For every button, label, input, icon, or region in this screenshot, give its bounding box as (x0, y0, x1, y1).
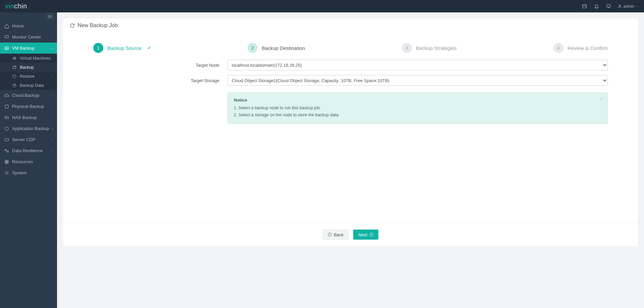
chevron-left-icon: ‹ (52, 105, 53, 108)
step-backup-destination[interactable]: 2 Backup Destination (248, 43, 305, 53)
notice-line-1: 1. Select a backup node to run this back… (234, 105, 601, 112)
resources-icon (4, 159, 9, 164)
sidebar-item-resources[interactable]: Resources ‹ (0, 156, 57, 167)
next-button[interactable]: Next (353, 230, 378, 240)
svg-rect-20 (5, 162, 6, 163)
svg-rect-15 (5, 138, 8, 141)
chevron-left-icon: ‹ (52, 171, 53, 175)
content: New Backup Job 1 Backup Source ✔ 2 Backu… (57, 12, 644, 308)
svg-rect-17 (7, 151, 8, 152)
sidebar-subnav-vm-backup: Virtual Machines Backup Restore ‹ Backup… (0, 54, 57, 90)
step-label: Backup Destination (262, 45, 305, 51)
sidebar-item-system[interactable]: System ‹ (0, 167, 57, 178)
back-button[interactable]: Back (323, 230, 348, 240)
sidebar-item-vm-backup[interactable]: VM Backup ⌄ (0, 43, 57, 54)
home-icon (4, 23, 9, 28)
page-title: New Backup Job (77, 22, 118, 28)
target-storage-select[interactable]: Cloud Object Storage1(Cloud Object Stora… (227, 75, 608, 86)
restore-icon (12, 74, 17, 79)
user-menu[interactable]: admin (618, 4, 639, 9)
row-notice: × Notice 1. Select a backup node to run … (140, 90, 608, 124)
svg-rect-16 (5, 149, 6, 150)
chevron-left-icon: ‹ (52, 94, 53, 97)
sidebar-item-home[interactable]: Home (0, 20, 57, 32)
chevron-left-icon: ‹ (52, 116, 53, 119)
vm-backup-icon (4, 46, 9, 51)
sidebar: Home Monitor Center ‹ VM Backup ⌄ Virtua… (0, 12, 57, 308)
svg-rect-0 (583, 5, 586, 8)
bell-icon[interactable] (593, 3, 599, 9)
svg-point-5 (619, 5, 621, 6)
user-label: admin (623, 4, 634, 9)
monitor-center-icon (4, 35, 9, 40)
sidebar-item-restore[interactable]: Restore ‹ (0, 72, 57, 81)
svg-rect-12 (5, 117, 8, 119)
step-label: Backup Source (107, 45, 142, 51)
monitor-icon[interactable] (605, 3, 611, 9)
server-icon (12, 56, 17, 61)
svg-point-24 (370, 233, 373, 236)
notice-title: Notice (234, 98, 601, 103)
refresh-icon (70, 23, 75, 28)
step-number: 3 (402, 43, 412, 53)
chevron-left-icon: ‹ (52, 160, 53, 164)
hamburger-icon[interactable] (46, 13, 54, 19)
sidebar-item-data-resilience[interactable]: Data Resilience ‹ (0, 145, 57, 156)
sidebar-item-nas-backup[interactable]: NAS Backup ‹ (0, 112, 57, 123)
chevron-left-icon: ‹ (52, 149, 53, 152)
check-icon: ✔ (148, 46, 151, 50)
sidebar-toggle (0, 12, 57, 20)
form-area: Target Node localhost.localdomain(172.18… (63, 60, 638, 129)
target-node-select[interactable]: localhost.localdomain(172.18.26.25) (227, 60, 608, 70)
sidebar-item-application-backup[interactable]: Application Backup ‹ (0, 123, 57, 134)
target-node-label: Target Node (140, 63, 227, 68)
sidebar-item-backup[interactable]: Backup (0, 63, 57, 72)
row-target-storage: Target Storage Cloud Object Storage1(Clo… (140, 75, 608, 86)
sidebar-item-cloud-backup[interactable]: Cloud Backup ‹ (0, 90, 57, 101)
sidebar-item-virtual-machines[interactable]: Virtual Machines (0, 54, 57, 63)
topbar: vinchin admin (0, 0, 644, 12)
card-header: New Backup Job (63, 18, 638, 33)
sidebar-item-physical-backup[interactable]: Physical Backup ‹ (0, 101, 57, 112)
svg-rect-19 (7, 160, 8, 162)
step-label: Backup Strategies (416, 45, 457, 51)
notice-box: × Notice 1. Select a backup node to run … (227, 93, 608, 124)
svg-rect-2 (607, 5, 610, 7)
nas-icon (4, 115, 9, 120)
close-icon[interactable]: × (600, 96, 603, 102)
chevron-left-icon: ‹ (52, 74, 53, 78)
step-backup-strategies[interactable]: 3 Backup Strategies (402, 43, 457, 53)
list-icon[interactable] (581, 3, 587, 9)
step-backup-source[interactable]: 1 Backup Source ✔ (93, 43, 151, 53)
svg-rect-6 (5, 36, 8, 38)
step-review-confirm[interactable]: 4 Review & Confirm (553, 43, 608, 53)
logo: vinchin (5, 2, 27, 10)
step-number: 2 (248, 43, 258, 53)
chevron-left-icon: ‹ (52, 35, 53, 39)
target-storage-label: Target Storage (140, 78, 227, 83)
step-label: Review & Confirm (568, 45, 608, 51)
topbar-right: admin (581, 3, 639, 9)
sidebar-item-monitor-center[interactable]: Monitor Center ‹ (0, 32, 57, 43)
application-icon (4, 126, 9, 131)
resilience-icon (4, 148, 9, 153)
cdp-icon (4, 137, 9, 142)
svg-point-13 (6, 117, 6, 118)
refresh-icon (12, 65, 17, 70)
chevron-down-icon (636, 5, 639, 8)
card-footer: Back Next (63, 223, 638, 246)
stepper: 1 Backup Source ✔ 2 Backup Destination 3… (63, 33, 638, 60)
step-number: 1 (93, 43, 103, 53)
row-target-node: Target Node localhost.localdomain(172.18… (140, 60, 608, 70)
svg-rect-8 (13, 57, 16, 58)
physical-icon (4, 104, 9, 109)
notice-line-2: 2. Select a storage on the node to store… (234, 112, 601, 119)
arrow-left-icon (328, 233, 332, 237)
sidebar-item-server-cdp[interactable]: Server CDP ‹ (0, 134, 57, 145)
card: New Backup Job 1 Backup Source ✔ 2 Backu… (63, 18, 638, 246)
arrow-right-icon (369, 233, 373, 237)
svg-point-22 (6, 172, 7, 174)
svg-point-23 (328, 233, 331, 236)
sidebar-item-backup-data[interactable]: Backup Data (0, 81, 57, 90)
chevron-left-icon: ‹ (52, 138, 53, 141)
